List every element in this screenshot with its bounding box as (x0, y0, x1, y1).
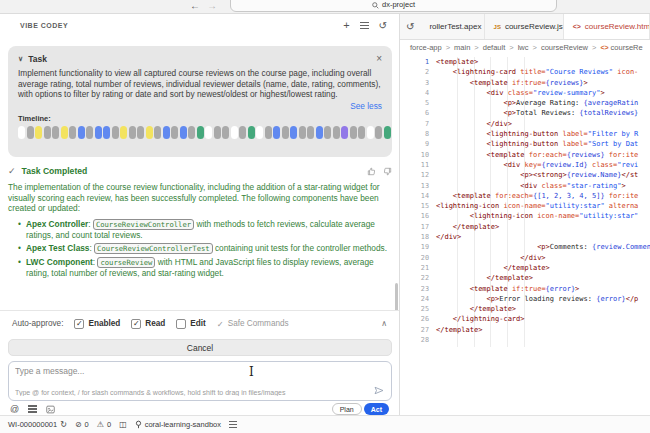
timeline-dot[interactable] (307, 126, 314, 139)
timeline-dot[interactable] (137, 126, 144, 139)
tab-course-review-html[interactable]: <> courseReview.htm (564, 14, 650, 39)
code-line: 4 <div class="review-summary"> (400, 88, 650, 98)
timeline-dot[interactable] (205, 126, 212, 139)
tab-label: courseReview.js (505, 22, 563, 31)
timeline-dot[interactable] (367, 126, 374, 139)
safe-check-icon: ✓ (217, 319, 224, 329)
warning-count[interactable]: ⚠ 0 (97, 420, 111, 429)
timeline-dot[interactable] (61, 126, 68, 139)
timeline-dot[interactable] (52, 126, 59, 139)
html-file-icon: <> (573, 23, 581, 30)
timeline-dot[interactable] (197, 126, 204, 139)
composer-toolbar: @ Plan Act (0, 402, 399, 416)
history-icon[interactable]: ↺ (379, 21, 387, 31)
timeline-dot[interactable] (86, 126, 93, 139)
breadcrumb-item[interactable]: courseReview (541, 43, 588, 52)
auto-approve-read-checkbox[interactable]: ✓Read (131, 319, 165, 329)
status-bar: WI-000000001 ↻ ⊘ 0 ⚠ 0 ◫ coral-learning-… (0, 415, 650, 433)
breadcrumb-item[interactable]: default (483, 43, 506, 52)
timeline-dot[interactable] (171, 126, 178, 139)
timeline-dot[interactable] (69, 126, 76, 139)
forward-icon[interactable]: → (207, 0, 217, 11)
error-count[interactable]: ⊘ 0 (75, 420, 89, 429)
timeline-dot[interactable] (103, 126, 110, 139)
timeline-dot[interactable] (214, 126, 221, 139)
work-item-status[interactable]: WI-000000001 ↻ (8, 420, 67, 429)
tab-apex-test[interactable]: rollerTest.apex (420, 14, 484, 39)
timeline-dot[interactable] (44, 126, 51, 139)
output-icon[interactable] (229, 419, 237, 430)
timeline-dot[interactable] (129, 126, 136, 139)
timeline-dot[interactable] (120, 126, 127, 139)
see-less-link[interactable]: See less (18, 101, 382, 111)
timeline-dot[interactable] (299, 126, 306, 139)
timeline-dot[interactable] (146, 126, 153, 139)
tab-course-review-js[interactable]: JS courseReview.js (485, 14, 564, 39)
timeline-dot[interactable] (95, 126, 102, 139)
breadcrumb-item[interactable]: lwc (518, 43, 529, 52)
auto-approve-row: Auto-approve: ✓Enabled✓ReadEdit ✓Safe Co… (0, 310, 399, 336)
timeline-dot[interactable] (316, 126, 323, 139)
breadcrumb-item[interactable]: main (454, 43, 470, 52)
task-list-icon[interactable] (360, 20, 369, 31)
timeline-dot[interactable] (35, 126, 42, 139)
collapse-chevron-icon[interactable]: ∧ (381, 319, 387, 328)
timeline-dot[interactable] (341, 126, 348, 139)
mention-icon[interactable]: @ (10, 404, 19, 414)
timeline-dot[interactable] (222, 126, 229, 139)
close-icon[interactable]: × (376, 53, 382, 64)
breadcrumb-item[interactable]: <>courseRe (600, 43, 642, 52)
timeline-dot[interactable] (180, 126, 187, 139)
timeline-dot[interactable] (27, 126, 34, 139)
plan-mode-button[interactable]: Plan (332, 403, 362, 415)
timeline-dot[interactable] (18, 126, 25, 139)
timeline-dot[interactable] (112, 126, 119, 139)
timeline-dot[interactable] (333, 126, 340, 139)
timeline-dots[interactable] (18, 126, 382, 139)
tab-label: courseReview.htm (585, 22, 650, 31)
timeline-dot[interactable] (324, 126, 331, 139)
code-line: 19 <p>Comments: {review.Comment (400, 242, 650, 252)
timeline-dot[interactable] (154, 126, 161, 139)
thumbs-down-icon[interactable] (383, 167, 392, 176)
timeline-dot[interactable] (163, 126, 170, 139)
org-status[interactable]: coral-learning-sandbox (135, 420, 221, 429)
timeline-dot[interactable] (231, 126, 238, 139)
timeline-dot[interactable] (358, 126, 365, 139)
timeline-dot[interactable] (265, 126, 272, 139)
image-icon[interactable] (46, 405, 55, 414)
timeline-dot[interactable] (375, 126, 382, 139)
chevron-down-icon[interactable]: ∨ (18, 55, 23, 63)
auto-approve-enabled-checkbox[interactable]: ✓Enabled (74, 319, 120, 329)
task-card: ∨ Task × Implement functionality to view… (8, 46, 392, 157)
timeline-dot[interactable] (248, 126, 255, 139)
panel-scrollbar[interactable] (395, 283, 398, 311)
message-input[interactable] (15, 366, 235, 376)
task-completed-title: Task Completed (22, 166, 88, 176)
layout-icon[interactable]: ◫ (119, 420, 127, 429)
rules-icon[interactable] (28, 404, 37, 415)
new-task-icon[interactable]: + (343, 20, 349, 31)
cancel-button[interactable]: Cancel (8, 339, 392, 356)
timeline-dot[interactable] (282, 126, 289, 139)
thumbs-up-icon[interactable] (367, 167, 376, 176)
code-area[interactable]: 1<template>2 <lightning-card title="Cour… (400, 54, 650, 415)
project-search[interactable]: dx-project (230, 0, 557, 12)
timeline-dot[interactable] (188, 126, 195, 139)
tab-history-icon[interactable]: ↺ (400, 14, 420, 39)
timeline-dot[interactable] (290, 126, 297, 139)
auto-approve-edit-checkbox[interactable]: Edit (176, 319, 205, 329)
timeline-dot[interactable] (256, 126, 263, 139)
act-mode-button[interactable]: Act (364, 403, 389, 415)
assistant-panel-header: VIBE CODEY + ↺ (0, 14, 399, 40)
timeline-dot[interactable] (239, 126, 246, 139)
send-icon[interactable] (374, 386, 384, 395)
timeline-dot[interactable] (350, 126, 357, 139)
breadcrumb-item[interactable]: force-app (410, 43, 442, 52)
timeline-dot[interactable] (273, 126, 280, 139)
tab-label: rollerTest.apex (429, 22, 481, 31)
timeline-dot[interactable] (384, 126, 391, 139)
back-icon[interactable]: ← (190, 0, 200, 11)
timeline-dot[interactable] (78, 126, 85, 139)
code-line: 26 </lightning-card> (400, 314, 650, 324)
